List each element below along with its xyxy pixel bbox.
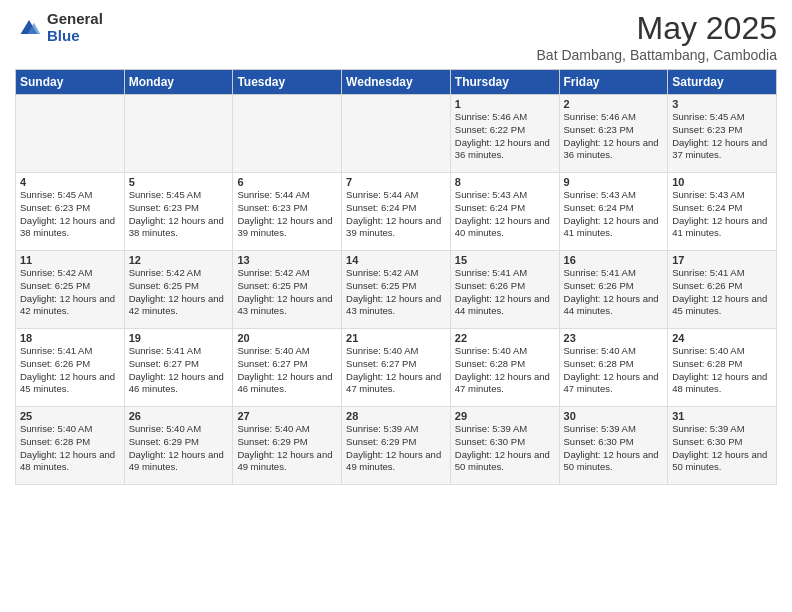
logo: General Blue — [15, 10, 103, 45]
calendar-cell: 5Sunrise: 5:45 AMSunset: 6:23 PMDaylight… — [124, 173, 233, 251]
cell-info: Daylight: 12 hours and 38 minutes. — [129, 215, 229, 241]
cell-info: Daylight: 12 hours and 38 minutes. — [20, 215, 120, 241]
day-number: 30 — [564, 410, 664, 422]
day-number: 27 — [237, 410, 337, 422]
cell-info: Daylight: 12 hours and 45 minutes. — [672, 293, 772, 319]
week-row-3: 11Sunrise: 5:42 AMSunset: 6:25 PMDayligh… — [16, 251, 777, 329]
calendar-cell: 14Sunrise: 5:42 AMSunset: 6:25 PMDayligh… — [342, 251, 451, 329]
calendar-cell: 29Sunrise: 5:39 AMSunset: 6:30 PMDayligh… — [450, 407, 559, 485]
header: General Blue May 2025 Bat Dambang, Batta… — [15, 10, 777, 63]
cell-info: Sunrise: 5:45 AM — [20, 189, 120, 202]
calendar-cell: 22Sunrise: 5:40 AMSunset: 6:28 PMDayligh… — [450, 329, 559, 407]
week-row-5: 25Sunrise: 5:40 AMSunset: 6:28 PMDayligh… — [16, 407, 777, 485]
cell-info: Daylight: 12 hours and 46 minutes. — [129, 371, 229, 397]
calendar-cell: 19Sunrise: 5:41 AMSunset: 6:27 PMDayligh… — [124, 329, 233, 407]
cell-info: Daylight: 12 hours and 39 minutes. — [346, 215, 446, 241]
cell-info: Sunrise: 5:40 AM — [129, 423, 229, 436]
cell-info: Sunrise: 5:41 AM — [455, 267, 555, 280]
cell-info: Sunrise: 5:40 AM — [20, 423, 120, 436]
calendar-cell: 20Sunrise: 5:40 AMSunset: 6:27 PMDayligh… — [233, 329, 342, 407]
cell-info: Daylight: 12 hours and 43 minutes. — [237, 293, 337, 319]
cell-info: Sunrise: 5:40 AM — [237, 345, 337, 358]
cell-info: Daylight: 12 hours and 49 minutes. — [129, 449, 229, 475]
calendar-cell: 18Sunrise: 5:41 AMSunset: 6:26 PMDayligh… — [16, 329, 125, 407]
col-header-sunday: Sunday — [16, 70, 125, 95]
cell-info: Sunset: 6:28 PM — [455, 358, 555, 371]
cell-info: Daylight: 12 hours and 50 minutes. — [564, 449, 664, 475]
main-title: May 2025 — [537, 10, 777, 47]
cell-info: Sunrise: 5:41 AM — [20, 345, 120, 358]
cell-info: Sunset: 6:27 PM — [129, 358, 229, 371]
cell-info: Sunset: 6:29 PM — [237, 436, 337, 449]
cell-info: Sunrise: 5:43 AM — [455, 189, 555, 202]
logo-icon — [15, 13, 43, 41]
cell-info: Daylight: 12 hours and 50 minutes. — [672, 449, 772, 475]
day-number: 22 — [455, 332, 555, 344]
cell-info: Daylight: 12 hours and 41 minutes. — [672, 215, 772, 241]
main-container: General Blue May 2025 Bat Dambang, Batta… — [0, 0, 792, 495]
calendar-cell: 24Sunrise: 5:40 AMSunset: 6:28 PMDayligh… — [668, 329, 777, 407]
cell-info: Sunset: 6:24 PM — [455, 202, 555, 215]
col-header-wednesday: Wednesday — [342, 70, 451, 95]
day-number: 4 — [20, 176, 120, 188]
cell-info: Daylight: 12 hours and 47 minutes. — [564, 371, 664, 397]
week-row-2: 4Sunrise: 5:45 AMSunset: 6:23 PMDaylight… — [16, 173, 777, 251]
calendar-cell: 26Sunrise: 5:40 AMSunset: 6:29 PMDayligh… — [124, 407, 233, 485]
cell-info: Daylight: 12 hours and 44 minutes. — [564, 293, 664, 319]
header-row: SundayMondayTuesdayWednesdayThursdayFrid… — [16, 70, 777, 95]
cell-info: Sunrise: 5:46 AM — [564, 111, 664, 124]
day-number: 28 — [346, 410, 446, 422]
cell-info: Daylight: 12 hours and 44 minutes. — [455, 293, 555, 319]
cell-info: Sunrise: 5:40 AM — [564, 345, 664, 358]
day-number: 16 — [564, 254, 664, 266]
calendar-cell: 7Sunrise: 5:44 AMSunset: 6:24 PMDaylight… — [342, 173, 451, 251]
title-block: May 2025 Bat Dambang, Battambang, Cambod… — [537, 10, 777, 63]
day-number: 3 — [672, 98, 772, 110]
cell-info: Sunset: 6:23 PM — [20, 202, 120, 215]
cell-info: Sunrise: 5:42 AM — [346, 267, 446, 280]
calendar-cell: 1Sunrise: 5:46 AMSunset: 6:22 PMDaylight… — [450, 95, 559, 173]
day-number: 24 — [672, 332, 772, 344]
day-number: 20 — [237, 332, 337, 344]
cell-info: Sunset: 6:24 PM — [672, 202, 772, 215]
day-number: 15 — [455, 254, 555, 266]
cell-info: Sunset: 6:25 PM — [129, 280, 229, 293]
cell-info: Sunset: 6:23 PM — [129, 202, 229, 215]
cell-info: Sunrise: 5:44 AM — [237, 189, 337, 202]
day-number: 5 — [129, 176, 229, 188]
cell-info: Daylight: 12 hours and 48 minutes. — [672, 371, 772, 397]
logo-text: General Blue — [47, 10, 103, 45]
cell-info: Sunrise: 5:41 AM — [672, 267, 772, 280]
calendar-cell: 25Sunrise: 5:40 AMSunset: 6:28 PMDayligh… — [16, 407, 125, 485]
cell-info: Daylight: 12 hours and 48 minutes. — [20, 449, 120, 475]
calendar-cell — [342, 95, 451, 173]
cell-info: Sunset: 6:26 PM — [20, 358, 120, 371]
calendar-cell: 27Sunrise: 5:40 AMSunset: 6:29 PMDayligh… — [233, 407, 342, 485]
day-number: 2 — [564, 98, 664, 110]
calendar-cell: 30Sunrise: 5:39 AMSunset: 6:30 PMDayligh… — [559, 407, 668, 485]
cell-info: Sunset: 6:30 PM — [672, 436, 772, 449]
day-number: 18 — [20, 332, 120, 344]
day-number: 1 — [455, 98, 555, 110]
cell-info: Sunset: 6:26 PM — [672, 280, 772, 293]
day-number: 11 — [20, 254, 120, 266]
cell-info: Sunset: 6:24 PM — [564, 202, 664, 215]
cell-info: Sunset: 6:23 PM — [564, 124, 664, 137]
cell-info: Sunset: 6:25 PM — [237, 280, 337, 293]
calendar-cell: 9Sunrise: 5:43 AMSunset: 6:24 PMDaylight… — [559, 173, 668, 251]
cell-info: Sunrise: 5:42 AM — [237, 267, 337, 280]
cell-info: Sunset: 6:26 PM — [564, 280, 664, 293]
cell-info: Sunset: 6:23 PM — [237, 202, 337, 215]
cell-info: Sunset: 6:30 PM — [564, 436, 664, 449]
calendar-cell: 12Sunrise: 5:42 AMSunset: 6:25 PMDayligh… — [124, 251, 233, 329]
day-number: 26 — [129, 410, 229, 422]
calendar-cell: 2Sunrise: 5:46 AMSunset: 6:23 PMDaylight… — [559, 95, 668, 173]
day-number: 21 — [346, 332, 446, 344]
calendar-cell: 6Sunrise: 5:44 AMSunset: 6:23 PMDaylight… — [233, 173, 342, 251]
cell-info: Daylight: 12 hours and 47 minutes. — [455, 371, 555, 397]
week-row-4: 18Sunrise: 5:41 AMSunset: 6:26 PMDayligh… — [16, 329, 777, 407]
calendar-cell — [233, 95, 342, 173]
calendar-table: SundayMondayTuesdayWednesdayThursdayFrid… — [15, 69, 777, 485]
col-header-monday: Monday — [124, 70, 233, 95]
calendar-cell: 23Sunrise: 5:40 AMSunset: 6:28 PMDayligh… — [559, 329, 668, 407]
